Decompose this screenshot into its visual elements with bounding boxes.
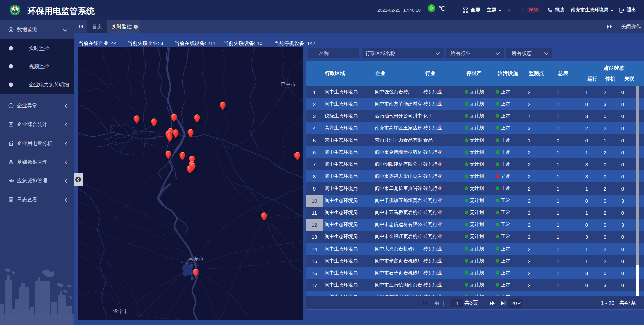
svg-text:巴中市: 巴中市 bbox=[281, 81, 296, 87]
svg-text:遂宁市: 遂宁市 bbox=[113, 308, 128, 314]
svg-text:南充市: 南充市 bbox=[189, 256, 204, 261]
